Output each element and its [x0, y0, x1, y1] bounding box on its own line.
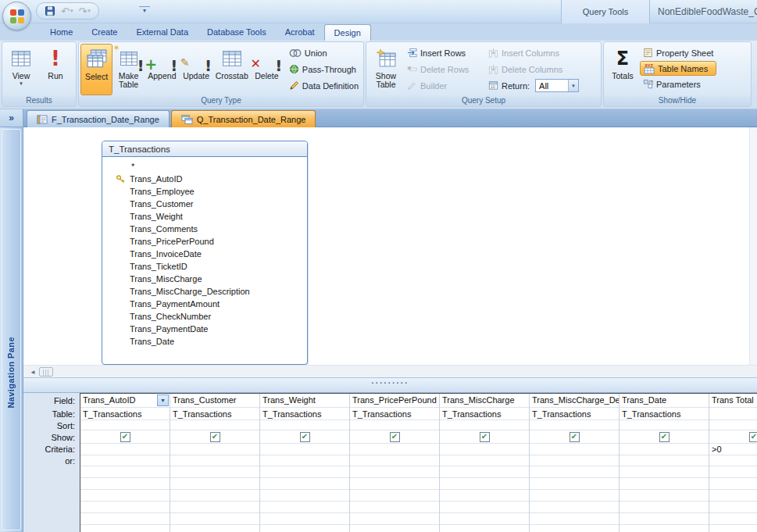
grid-empty-cell[interactable] [80, 466, 170, 478]
doc-tab-form[interactable]: F_Transaction_Date_Range [27, 110, 170, 127]
field-list-item[interactable]: Trans_CheckNumber [102, 310, 307, 323]
grid-empty-cell[interactable] [170, 525, 259, 532]
grid-empty-cell[interactable] [620, 525, 709, 532]
grid-table-cell[interactable]: T_Transactions [350, 408, 439, 420]
append-button[interactable]: +! Append [145, 44, 180, 95]
grid-empty-cell[interactable] [260, 490, 349, 502]
field-list-item[interactable]: Trans_MiscCharge_Description [102, 285, 307, 298]
scroll-left-icon[interactable]: ◄ [28, 367, 37, 377]
grid-empty-cell[interactable] [709, 490, 757, 502]
grid-or-cell[interactable] [620, 455, 709, 466]
delete-columns-button[interactable]: Delete Columns [485, 61, 599, 77]
grid-empty-cell[interactable] [530, 502, 619, 513]
grid-or-cell[interactable] [350, 455, 439, 466]
show-checkbox[interactable]: ✔ [659, 432, 670, 442]
run-button[interactable]: ! Run [38, 44, 73, 95]
grid-empty-cell[interactable] [440, 466, 529, 478]
delete-query-button[interactable]: ✕! Delete [251, 44, 283, 95]
show-checkbox[interactable]: ✔ [749, 432, 757, 442]
grid-or-cell[interactable] [530, 455, 619, 466]
parameters-button[interactable]: Parameters [640, 76, 716, 92]
grid-empty-cell[interactable] [260, 525, 349, 532]
grid-empty-cell[interactable] [620, 478, 709, 490]
scrollbar-thumb[interactable] [39, 367, 53, 377]
grid-empty-cell[interactable] [620, 490, 709, 502]
show-checkbox[interactable]: ✔ [480, 432, 490, 442]
grid-sort-cell[interactable] [260, 420, 349, 430]
grid-empty-cell[interactable] [170, 513, 259, 525]
vertical-scrollbar[interactable] [749, 127, 757, 365]
tab-create[interactable]: Create [82, 24, 127, 41]
tab-external-data[interactable]: External Data [127, 24, 198, 41]
grid-empty-cell[interactable] [709, 525, 757, 532]
grid-criteria-cell[interactable] [80, 444, 170, 455]
office-button[interactable] [2, 2, 31, 30]
grid-field-cell[interactable]: Trans_Customer [170, 394, 259, 408]
navigation-pane-collapsed[interactable]: Navigation Pane [0, 127, 23, 532]
show-checkbox[interactable]: ✔ [570, 432, 580, 442]
show-checkbox[interactable]: ✔ [300, 432, 310, 442]
grid-table-cell[interactable] [709, 408, 757, 420]
grid-field-cell[interactable]: Trans Total [709, 394, 757, 408]
grid-criteria-cell[interactable] [260, 444, 349, 455]
doc-tab-query[interactable]: Q_Transaction_Date_Range [171, 110, 316, 127]
save-icon[interactable] [43, 4, 57, 18]
grid-field-cell[interactable]: Trans_MiscCharge_De [530, 394, 619, 408]
grid-empty-cell[interactable] [620, 502, 709, 513]
grid-criteria-cell[interactable]: >0 [709, 444, 757, 455]
grid-field-cell[interactable]: Trans_AutoID ▼ [80, 394, 170, 408]
grid-empty-cell[interactable] [170, 466, 259, 478]
field-list-item[interactable]: Trans_PaymentAmount [102, 298, 307, 310]
grid-empty-cell[interactable] [440, 525, 529, 532]
qat-customize-icon[interactable]: ▾ [139, 6, 150, 15]
grid-empty-cell[interactable] [620, 513, 709, 525]
grid-empty-cell[interactable] [709, 513, 757, 525]
field-list-item[interactable]: Trans_MiscCharge [102, 273, 307, 285]
grid-sort-cell[interactable] [170, 420, 259, 430]
field-list-item[interactable]: Trans_InvoiceDate [102, 248, 307, 260]
grid-empty-cell[interactable] [440, 502, 529, 513]
insert-columns-button[interactable]: Insert Columns [485, 45, 599, 61]
show-checkbox[interactable]: ✔ [390, 432, 400, 442]
update-button[interactable]: ✎! Update [180, 44, 213, 95]
grid-empty-cell[interactable] [260, 502, 349, 513]
grid-empty-cell[interactable] [530, 490, 619, 502]
builder-button[interactable]: Builder [404, 77, 485, 94]
redo-icon[interactable]: ↷▾ [77, 4, 91, 18]
field-list-item[interactable]: Trans_Employee [102, 185, 307, 198]
grid-or-cell[interactable] [440, 455, 529, 466]
grid-or-cell[interactable] [709, 455, 757, 466]
grid-table-cell[interactable]: T_Transactions [80, 408, 170, 420]
grid-or-cell[interactable] [170, 455, 259, 466]
table-names-button[interactable]: Table Names [640, 61, 716, 76]
crosstab-button[interactable]: Crosstab [213, 44, 251, 95]
undo-icon[interactable]: ↶▾ [59, 4, 74, 18]
grid-empty-cell[interactable] [440, 490, 529, 502]
grid-empty-cell[interactable] [350, 525, 439, 532]
grid-empty-cell[interactable] [709, 466, 757, 478]
field-list-item[interactable]: Trans_Comments [102, 223, 307, 235]
tab-design[interactable]: Design [324, 24, 371, 41]
grid-criteria-cell[interactable] [530, 444, 619, 455]
field-list-item[interactable]: Trans_Customer [102, 198, 307, 210]
tab-database-tools[interactable]: Database Tools [198, 24, 276, 41]
grid-empty-cell[interactable] [530, 525, 619, 532]
grid-empty-cell[interactable] [170, 502, 259, 513]
grid-sort-cell[interactable] [350, 420, 439, 430]
grid-field-cell[interactable]: Trans_MiscCharge [440, 394, 529, 408]
grid-empty-cell[interactable] [709, 502, 757, 513]
grid-empty-cell[interactable] [260, 478, 349, 490]
grid-table-cell[interactable]: T_Transactions [440, 408, 529, 420]
grid-sort-cell[interactable] [709, 420, 757, 430]
field-list-item[interactable]: Trans_TicketID [102, 260, 307, 273]
grid-table-cell[interactable]: T_Transactions [170, 408, 259, 420]
field-list-title[interactable]: T_Transactions [102, 141, 307, 157]
grid-empty-cell[interactable] [440, 513, 529, 525]
show-checkbox[interactable]: ✔ [210, 432, 220, 442]
totals-button[interactable]: Σ Totals [605, 44, 640, 95]
grid-sort-cell[interactable] [620, 420, 709, 430]
horizontal-scrollbar[interactable]: ◄ [23, 365, 757, 377]
field-dropdown-icon[interactable]: ▼ [157, 395, 169, 406]
show-table-button[interactable]: Show Table [368, 44, 404, 95]
grid-table-cell[interactable]: T_Transactions [260, 408, 349, 420]
